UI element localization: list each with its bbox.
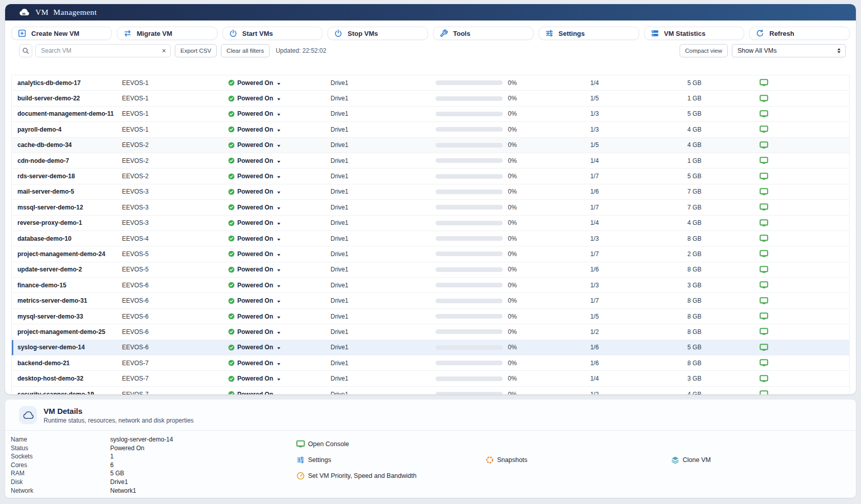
vm-console-button[interactable] bbox=[758, 250, 849, 258]
clear-filters-button[interactable]: Clear all filters bbox=[221, 44, 270, 57]
vm-row-payroll-demo-4[interactable]: payroll-demo-4EEVOS-1Powered OnDrive10%1… bbox=[12, 122, 849, 137]
vm-row-syslog-server-demo-14[interactable]: syslog-server-demo-14EEVOS-6Powered OnDr… bbox=[12, 340, 849, 355]
vm-row-mysql-server-demo-33[interactable]: mysql-server-demo-33EEVOS-6Powered OnDri… bbox=[12, 309, 849, 324]
vm-row-mail-server-demo-5[interactable]: mail-server-demo-5EEVOS-3Powered OnDrive… bbox=[12, 184, 849, 200]
vm-row-metrics-server-demo-31[interactable]: metrics-server-demo-31EEVOS-6Powered OnD… bbox=[12, 293, 849, 308]
layers-icon bbox=[671, 456, 680, 464]
vm-status-dropdown[interactable]: Powered On bbox=[228, 173, 331, 180]
vm-row-rds-server-demo-18[interactable]: rds-server-demo-18EEVOS-2Powered OnDrive… bbox=[12, 169, 849, 184]
vm-status-dropdown[interactable]: Powered On bbox=[228, 79, 331, 87]
vm-row-reverse-proxy-demo-1[interactable]: reverse-proxy-demo-1EEVOS-3Powered OnDri… bbox=[12, 216, 849, 231]
vm-console-button[interactable] bbox=[758, 110, 849, 118]
vm-row-backend-demo-21[interactable]: backend-demo-21EEVOS-7Powered OnDrive10%… bbox=[12, 355, 849, 371]
vm-console-button[interactable] bbox=[758, 79, 849, 87]
vm-console-button[interactable] bbox=[758, 328, 849, 335]
vm-row-finance-demo-15[interactable]: finance-demo-15EEVOS-6Powered OnDrive10%… bbox=[12, 278, 849, 293]
vm-row-database-demo-10[interactable]: database-demo-10EEVOS-4Powered OnDrive10… bbox=[12, 231, 849, 246]
vm-status-dropdown[interactable]: Powered On bbox=[228, 344, 331, 351]
vm-console-button[interactable] bbox=[758, 141, 849, 149]
vm-filter-select[interactable]: Show All VMs bbox=[732, 44, 846, 57]
compact-view-button[interactable]: Compact view bbox=[680, 44, 728, 57]
toolbar-button-vm-statistics[interactable]: VM Statistics bbox=[644, 27, 745, 40]
vm-status-label: Powered On bbox=[237, 391, 273, 395]
vm-host: EEVOS-1 bbox=[122, 110, 228, 117]
export-csv-button[interactable]: Export CSV bbox=[175, 44, 217, 57]
vm-console-button[interactable] bbox=[758, 235, 849, 242]
settings-action[interactable]: Settings bbox=[296, 456, 331, 464]
vm-row-analytics-db-demo-17[interactable]: analytics-db-demo-17EEVOS-1Powered OnDri… bbox=[12, 75, 849, 91]
vm-status-dropdown[interactable]: Powered On bbox=[228, 188, 331, 195]
vm-row-security-scanner-demo-19[interactable]: security-scanner-demo-19EEVOS-7Powered O… bbox=[12, 387, 849, 394]
vm-status-dropdown[interactable]: Powered On bbox=[228, 95, 331, 102]
vm-row-build-server-demo-22[interactable]: build-server-demo-22EEVOS-1Powered OnDri… bbox=[12, 91, 849, 106]
vm-status-dropdown[interactable]: Powered On bbox=[228, 282, 331, 289]
vm-row-mssql-server-demo-12[interactable]: mssql-server-demo-12EEVOS-3Powered OnDri… bbox=[12, 200, 849, 215]
search-icon-button[interactable] bbox=[19, 44, 32, 57]
open-console-action[interactable]: Open Console bbox=[296, 440, 349, 448]
cpu-usage-bar bbox=[436, 143, 503, 148]
vm-cpu-cell: 0% bbox=[436, 95, 559, 102]
vm-status-dropdown[interactable]: Powered On bbox=[228, 250, 331, 258]
snapshots-action[interactable]: Snapshots bbox=[485, 456, 527, 464]
vm-console-button[interactable] bbox=[758, 219, 849, 227]
caret-down-icon bbox=[277, 347, 280, 349]
vm-status-dropdown[interactable]: Powered On bbox=[228, 266, 331, 273]
vm-status-dropdown[interactable]: Powered On bbox=[228, 297, 331, 304]
vm-console-button[interactable] bbox=[758, 297, 849, 305]
toolbar-button-create-new-vm[interactable]: Create New VM bbox=[11, 27, 112, 40]
vm-host: EEVOS-1 bbox=[122, 79, 228, 87]
vm-console-button[interactable] bbox=[758, 203, 849, 211]
vm-host: EEVOS-2 bbox=[122, 157, 228, 164]
vm-name: build-server-demo-22 bbox=[17, 95, 122, 102]
clear-search-icon[interactable]: × bbox=[162, 46, 166, 55]
toolbar-button-tools[interactable]: Tools bbox=[433, 27, 534, 40]
vm-status-dropdown[interactable]: Powered On bbox=[228, 157, 331, 164]
monitor-icon bbox=[760, 188, 768, 196]
clone-vm-action[interactable]: Clone VM bbox=[671, 456, 711, 464]
vm-console-button[interactable] bbox=[758, 173, 849, 180]
vm-status-dropdown[interactable]: Powered On bbox=[228, 141, 331, 149]
plus-square-icon bbox=[18, 29, 26, 37]
vm-socket-ratio: 1/7 bbox=[559, 173, 630, 180]
vm-console-button[interactable] bbox=[758, 359, 849, 367]
vm-status-dropdown[interactable]: Powered On bbox=[228, 204, 331, 211]
vm-console-button[interactable] bbox=[758, 344, 849, 351]
vm-status-dropdown[interactable]: Powered On bbox=[228, 235, 331, 242]
vm-row-cdn-node-demo-7[interactable]: cdn-node-demo-7EEVOS-2Powered OnDrive10%… bbox=[12, 153, 849, 169]
monitor-icon bbox=[760, 328, 768, 335]
vm-status-dropdown[interactable]: Powered On bbox=[228, 360, 331, 367]
vm-status-dropdown[interactable]: Powered On bbox=[228, 375, 331, 382]
toolbar-button-settings[interactable]: Settings bbox=[539, 27, 639, 40]
toolbar-button-start-vms[interactable]: Start VMs bbox=[222, 27, 323, 40]
vm-status-dropdown[interactable]: Powered On bbox=[228, 391, 331, 395]
search-input[interactable] bbox=[35, 44, 171, 57]
vm-row-project-management-demo-24[interactable]: project-management-demo-24EEVOS-5Powered… bbox=[12, 246, 849, 262]
vm-console-button[interactable] bbox=[758, 95, 849, 102]
toolbar-button-refresh[interactable]: Refresh bbox=[749, 27, 850, 40]
vm-disk: Drive1 bbox=[331, 360, 436, 367]
vm-console-button[interactable] bbox=[758, 375, 849, 383]
details-subtitle: Runtime status, resources, network and d… bbox=[44, 417, 194, 424]
vm-console-button[interactable] bbox=[758, 281, 849, 289]
vm-row-project-management-demo-25[interactable]: project-management-demo-25EEVOS-6Powered… bbox=[12, 324, 849, 340]
vm-console-button[interactable] bbox=[758, 157, 849, 164]
vm-console-button[interactable] bbox=[758, 312, 849, 320]
vm-status-dropdown[interactable]: Powered On bbox=[228, 313, 331, 320]
vm-status-dropdown[interactable]: Powered On bbox=[228, 328, 331, 335]
vm-status-dropdown[interactable]: Powered On bbox=[228, 126, 331, 133]
vm-row-document-management-demo-11[interactable]: document-management-demo-11EEVOS-1Powere… bbox=[12, 107, 849, 122]
vm-row-desktop-host-demo-32[interactable]: desktop-host-demo-32EEVOS-7Powered OnDri… bbox=[12, 371, 849, 386]
vm-console-button[interactable] bbox=[758, 125, 849, 133]
toolbar-button-stop-vms[interactable]: Stop VMs bbox=[327, 27, 428, 40]
vm-status-dropdown[interactable]: Powered On bbox=[228, 110, 331, 117]
vm-status-dropdown[interactable]: Powered On bbox=[228, 219, 331, 226]
vm-row-update-server-demo-2[interactable]: update-server-demo-2EEVOS-5Powered OnDri… bbox=[12, 262, 849, 278]
caret-down-icon bbox=[277, 317, 280, 319]
set-vm-priority-speed-and-bandwidth-action[interactable]: Set VM Priority, Speed and Bandwidth bbox=[296, 472, 417, 480]
vm-console-button[interactable] bbox=[758, 390, 849, 394]
vm-row-cache-db-demo-34[interactable]: cache-db-demo-34EEVOS-2Powered OnDrive10… bbox=[12, 138, 849, 153]
toolbar-button-migrate-vm[interactable]: Migrate VM bbox=[117, 27, 217, 40]
vm-console-button[interactable] bbox=[758, 188, 849, 196]
vm-console-button[interactable] bbox=[758, 266, 849, 274]
toolbar-button-label: Migrate VM bbox=[137, 30, 172, 37]
